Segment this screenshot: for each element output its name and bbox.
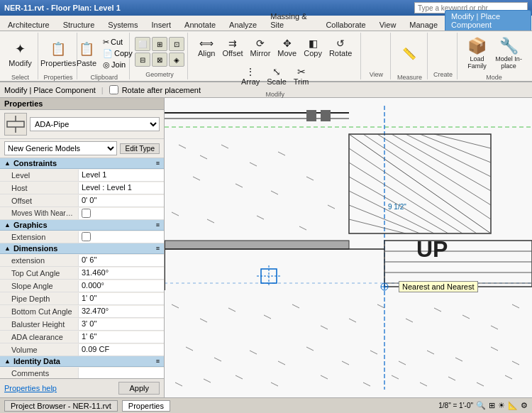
extension-checkbox[interactable] <box>82 232 91 241</box>
paste-button[interactable]: 📋 Paste <box>74 34 99 72</box>
array-button[interactable]: ⋮ Array <box>238 62 262 89</box>
rotate-button[interactable]: ↺ Rotate <box>326 34 355 61</box>
constraints-section-header[interactable]: ▲ Constraints ≡ <box>0 158 164 169</box>
model-inplace-button[interactable]: 🔧 Model In-place <box>492 34 525 72</box>
moves-with-value[interactable] <box>78 208 164 219</box>
cut-button[interactable]: ✂ Cut <box>101 37 135 48</box>
moves-with-checkbox[interactable] <box>82 209 91 218</box>
tab-structure[interactable]: Structure <box>57 18 101 31</box>
ribbon-group-clipboard: 📋 Paste ✂ Cut 📄 Copy ◎ Join Clipboard <box>79 33 130 79</box>
load-family-icon: 📦 <box>467 37 487 55</box>
main-layout: Properties ADA-Pipe New Generic <box>0 98 532 397</box>
host-value[interactable]: Level : Level 1 <box>78 182 164 194</box>
copy-tool-button[interactable]: ◧ Copy <box>301 34 325 61</box>
identity-section-header[interactable]: ▲ Identity Data ≡ <box>0 356 164 367</box>
tab-massing[interactable]: Massing & Site <box>264 10 318 31</box>
paste-icon: 📋 <box>77 39 96 59</box>
apply-button[interactable]: Apply <box>118 382 160 395</box>
settings-icon[interactable]: ⚙ <box>521 401 528 410</box>
rotate-after-placement-checkbox[interactable] <box>109 85 118 94</box>
ribbon-group-mode: 📦 Load Family 🔧 Model In-place Mode <box>459 33 529 79</box>
grid-icon[interactable]: ⊞ <box>489 401 495 410</box>
dimensions-section-header[interactable]: ▲ Dimensions ≡ <box>0 243 164 254</box>
geometry-btn-5[interactable]: ⊠ <box>152 53 167 67</box>
baluster-value[interactable]: 3' 0" <box>78 319 164 330</box>
ruler-icon[interactable]: 📐 <box>508 401 518 410</box>
tab-analyze[interactable]: Analyze <box>223 18 263 31</box>
sun-icon[interactable]: ☀ <box>498 401 505 410</box>
properties-ribbon-button[interactable]: 📋 Properties <box>38 34 79 72</box>
align-button[interactable]: ⟺ Align <box>195 34 218 61</box>
tab-view[interactable]: View <box>373 18 403 31</box>
graphics-section-header[interactable]: ▲ Graphics ≡ <box>0 220 164 231</box>
tab-architecture[interactable]: Architecture <box>1 18 56 31</box>
geometry-btn-6[interactable]: ◈ <box>169 53 184 67</box>
level-value[interactable]: Level 1 <box>78 170 164 181</box>
offset-value[interactable]: 0' 0" <box>78 195 164 206</box>
ada-clearance-value[interactable]: 1' 6" <box>78 331 164 343</box>
geometry-btn-1[interactable]: ⬜ <box>135 37 150 51</box>
constraints-toggle-icon: ▲ <box>4 160 11 167</box>
rotate-checkbox-label[interactable]: Rotate after placement <box>109 85 201 94</box>
properties-tab[interactable]: Properties <box>122 400 170 412</box>
prop-row-comments: Comments <box>0 367 164 378</box>
modify-button[interactable]: ✦ Modify <box>6 34 34 72</box>
ribbon-group-geometry: ⬜ ⊞ ⊡ ⊟ ⊠ ◈ Geometry <box>131 33 188 79</box>
tab-collaborate[interactable]: Collaborate <box>319 18 372 31</box>
geometry-btn-2[interactable]: ⊞ <box>152 37 167 51</box>
properties-panel: Properties ADA-Pipe New Generic <box>0 98 165 397</box>
align-icon: ⟺ <box>199 38 214 49</box>
bottom-cut-value[interactable]: 32.470° <box>78 306 164 317</box>
dimensions-collapse-icon: ≡ <box>156 245 160 252</box>
prop-row-pipe-depth: Pipe Depth 1' 0" <box>0 292 164 305</box>
volume-value[interactable]: 0.09 CF <box>78 344 164 356</box>
project-browser-tab[interactable]: Project Browser - NER-11.rvt <box>4 400 118 412</box>
extension-value[interactable] <box>78 231 164 243</box>
array-icon: ⋮ <box>245 66 255 77</box>
edit-type-button[interactable]: Edit Type <box>120 143 160 154</box>
mirror-button[interactable]: ⟳ Mirror <box>248 34 274 61</box>
canvas-area[interactable]: UP 9 1/2" Nearest and Nearest <box>165 98 532 397</box>
pipe-depth-value[interactable]: 1' 0" <box>78 293 164 304</box>
properties-footer: Properties help Apply <box>0 378 164 397</box>
load-family-button[interactable]: 📦 Load Family <box>463 34 491 72</box>
identity-collapse-icon: ≡ <box>156 358 160 365</box>
prop-row-top-cut: Top Cut Angle 31.460° <box>0 267 164 280</box>
properties-help-link[interactable]: Properties help <box>4 384 57 392</box>
move-button[interactable]: ✥ Move <box>275 34 299 61</box>
copy-button[interactable]: 📄 Copy <box>101 48 135 59</box>
prop-row-slope: Slope Angle 0.000° <box>0 280 164 292</box>
join-button[interactable]: ◎ Join <box>101 60 135 70</box>
ada-clearance-label: ADA clearance <box>0 332 78 342</box>
volume-label: Volume <box>0 345 78 355</box>
type-control-select[interactable]: New Generic Models <box>4 141 117 155</box>
tab-manage[interactable]: Manage <box>403 18 444 31</box>
identity-toggle-icon: ▲ <box>4 358 11 365</box>
tab-systems[interactable]: Systems <box>101 18 144 31</box>
comments-value[interactable] <box>78 368 164 379</box>
trim-button[interactable]: ✂ Trim <box>291 62 312 89</box>
prop-row-bottom-cut: Bottom Cut Angle 32.470° <box>0 305 164 318</box>
geometry-btn-3[interactable]: ⊡ <box>169 37 184 51</box>
baluster-label: Baluster Height <box>0 319 78 329</box>
top-cut-value[interactable]: 31.460° <box>78 268 164 279</box>
slope-value[interactable]: 0.000° <box>78 280 164 292</box>
tab-modify-place[interactable]: Modify | Place Component <box>445 10 531 31</box>
type-name-selector[interactable]: ADA-Pipe <box>30 117 160 131</box>
zoom-icon[interactable]: 🔍 <box>476 401 486 410</box>
model-inplace-icon: 🔧 <box>499 37 519 55</box>
svg-rect-24 <box>321 110 331 121</box>
measure-button[interactable]: 📏 <box>397 34 422 72</box>
prop-row-extension: Extension <box>0 231 164 243</box>
tab-insert[interactable]: Insert <box>145 18 178 31</box>
tab-annotate[interactable]: Annotate <box>178 18 222 31</box>
measure-icon: 📏 <box>402 47 416 60</box>
measure-group-label: Measure <box>397 74 422 81</box>
scale-button[interactable]: ⤡ Scale <box>264 62 289 89</box>
clipboard-group-label: Clipboard <box>91 74 118 81</box>
geometry-btn-4[interactable]: ⊟ <box>135 53 150 67</box>
offset-button[interactable]: ⇉ Offset <box>219 34 245 61</box>
ext-dim-value[interactable]: 0' 6" <box>78 255 164 266</box>
join-icon: ◎ <box>103 60 110 70</box>
comments-label: Comments <box>0 368 78 378</box>
